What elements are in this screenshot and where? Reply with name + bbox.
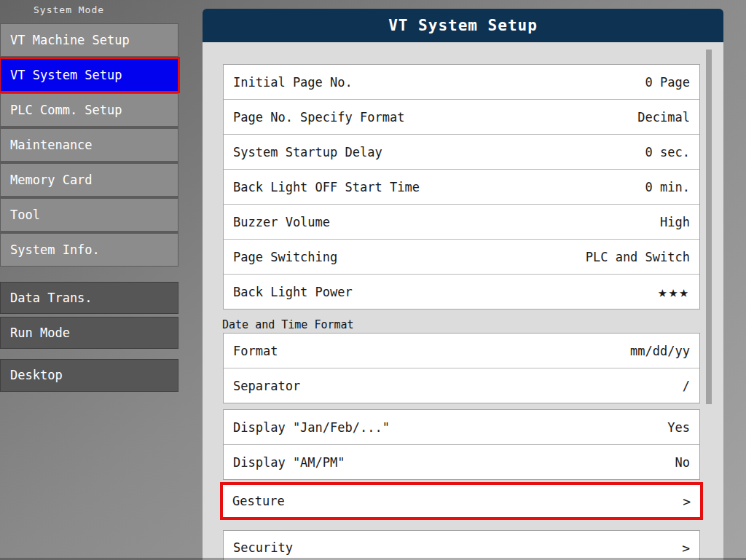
setting-row-page-switching[interactable]: Page Switching PLC and Switch <box>224 240 699 275</box>
sidebar-item-system-info[interactable]: System Info. <box>1 234 178 266</box>
setting-value: Decimal <box>637 110 690 125</box>
backlight-power-stars-icon: ★★★ <box>658 283 690 301</box>
sidebar-item-memory-card[interactable]: Memory Card <box>1 164 178 196</box>
vt-system-setup-panel: Initial Page No. 0 Page Page No. Specify… <box>203 42 723 560</box>
setting-row-display-month-names[interactable]: Display "Jan/Feb/..." Yes <box>224 410 699 445</box>
sidebar-item-run-mode[interactable]: Run Mode <box>0 317 178 349</box>
panel-title-bar: VT System Setup <box>203 9 723 42</box>
datetime-format-group: Format mm/dd/yy Separator / <box>223 333 700 403</box>
setting-value: / <box>683 379 690 393</box>
sidebar-item-vt-system-setup[interactable]: VT System Setup <box>1 59 178 91</box>
sidebar-setup-menu: VT Machine Setup VT System Setup PLC Com… <box>0 23 178 267</box>
scrollbar-thumb[interactable] <box>706 50 712 404</box>
setting-row-separator[interactable]: Separator / <box>224 368 699 403</box>
nav-row-label: Security <box>233 540 293 555</box>
settings-group: Initial Page No. 0 Page Page No. Specify… <box>223 64 700 309</box>
sidebar-title: System Mode <box>34 4 104 15</box>
setting-label: Page Switching <box>233 250 337 264</box>
sidebar-item-plc-comm-setup[interactable]: PLC Comm. Setup <box>1 94 178 126</box>
setting-row-system-startup-delay[interactable]: System Startup Delay 0 sec. <box>224 135 699 170</box>
setting-row-buzzer-volume[interactable]: Buzzer Volume High <box>224 205 699 240</box>
setting-value: No <box>675 455 690 470</box>
datetime-section-label: Date and Time Format <box>222 318 354 331</box>
setting-row-display-am-pm[interactable]: Display "AM/PM" No <box>224 445 699 479</box>
gesture-row[interactable]: Gesture > <box>220 482 703 520</box>
setting-value: High <box>660 215 690 229</box>
setting-label: Separator <box>233 379 300 393</box>
sidebar-item-tool[interactable]: Tool <box>1 199 178 231</box>
setting-value: Yes <box>667 420 690 435</box>
setting-value: PLC and Switch <box>586 250 690 264</box>
setting-label: Format <box>233 344 278 358</box>
setting-row-initial-page-no[interactable]: Initial Page No. 0 Page <box>224 65 699 100</box>
datetime-display-group: Display "Jan/Feb/..." Yes Display "AM/PM… <box>223 409 700 480</box>
setting-row-back-light-power[interactable]: Back Light Power ★★★ <box>224 275 699 309</box>
sidebar-item-data-trans[interactable]: Data Trans. <box>0 282 178 314</box>
sidebar-desktop-menu: Desktop <box>0 359 178 392</box>
setting-label: System Startup Delay <box>233 145 382 159</box>
setting-value: mm/dd/yy <box>630 344 690 358</box>
setting-label: Back Light Power <box>233 285 353 299</box>
setting-row-back-light-off-start-time[interactable]: Back Light OFF Start Time 0 min. <box>224 170 699 205</box>
setting-label: Initial Page No. <box>233 75 353 90</box>
setting-row-format[interactable]: Format mm/dd/yy <box>224 334 699 368</box>
setting-label: Buzzer Volume <box>233 215 330 229</box>
sidebar-mode-menu: Data Trans. Run Mode <box>0 282 178 349</box>
setting-row-page-no-specify-format[interactable]: Page No. Specify Format Decimal <box>224 100 699 135</box>
setting-value: 0 min. <box>645 180 690 194</box>
page-title: VT System Setup <box>388 17 538 34</box>
nav-row-label: Gesture <box>232 494 285 508</box>
setting-label: Back Light OFF Start Time <box>233 180 420 194</box>
setting-label: Display "AM/PM" <box>233 455 345 470</box>
sidebar-item-maintenance[interactable]: Maintenance <box>1 129 178 161</box>
chevron-right-icon: > <box>683 494 691 509</box>
sidebar-item-desktop[interactable]: Desktop <box>0 359 178 392</box>
chevron-right-icon: > <box>682 540 690 556</box>
sidebar-item-vt-machine-setup[interactable]: VT Machine Setup <box>1 24 178 56</box>
security-row[interactable]: Security > <box>223 530 700 560</box>
setting-label: Display "Jan/Feb/..." <box>233 420 390 435</box>
setting-value: 0 Page <box>645 75 690 90</box>
setting-value: 0 sec. <box>645 145 690 159</box>
setting-label: Page No. Specify Format <box>233 110 404 125</box>
